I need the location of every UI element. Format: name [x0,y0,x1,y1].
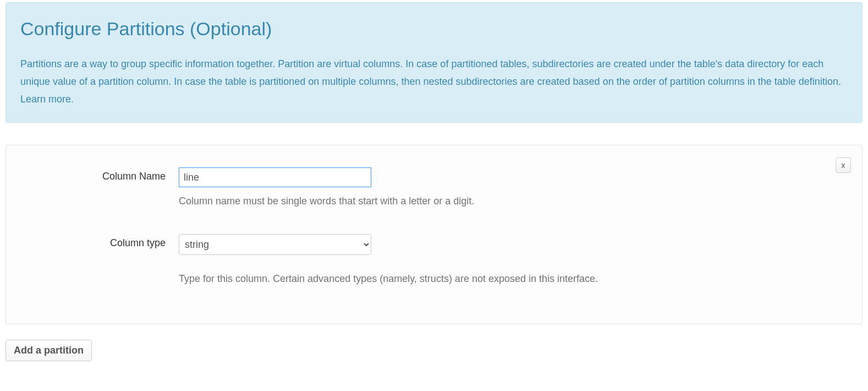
info-title: Configure Partitions (Optional) [20,18,848,40]
info-body: Partitions are a way to group specific i… [20,55,848,108]
info-panel: Configure Partitions (Optional) Partitio… [6,2,862,123]
column-type-select[interactable]: string [179,234,371,255]
column-type-row: Column type string Type for this column.… [19,234,849,286]
column-name-label: Column Name [19,167,179,182]
column-type-label: Column type [19,234,179,249]
info-body-text: Partitions are a way to group specific i… [20,58,841,87]
column-name-help: Column name must be single words that st… [179,194,849,209]
add-partition-button[interactable]: Add a partition [6,340,92,361]
learn-more-link[interactable]: Learn more [20,94,71,105]
column-type-help: Type for this column. Certain advanced t… [179,271,849,286]
column-name-row: Column Name Column name must be single w… [19,167,849,209]
partition-form: x Column Name Column name must be single… [6,145,862,324]
column-name-input[interactable] [179,167,371,187]
remove-partition-button[interactable]: x [836,158,851,173]
